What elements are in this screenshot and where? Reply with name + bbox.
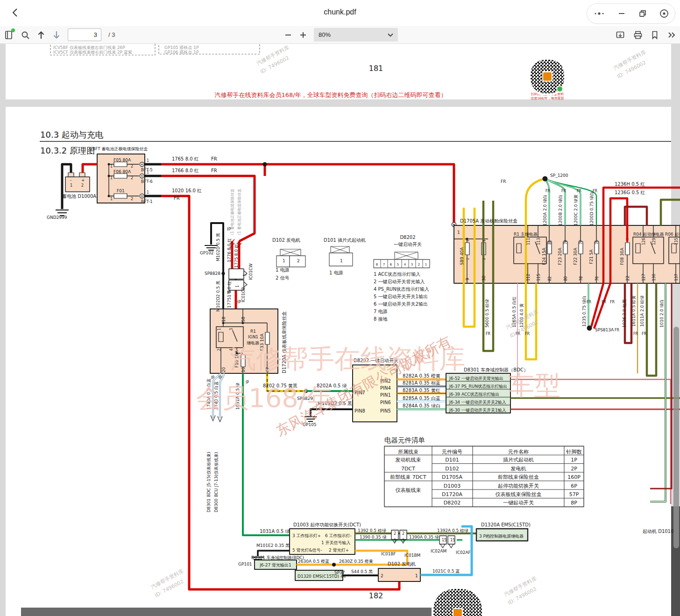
diagram-label: 1390 0.35 绿 bbox=[360, 535, 387, 539]
diagram-label: 1392A 0.5 棕绿 bbox=[437, 528, 468, 533]
sidebar-toggle-button[interactable] bbox=[5, 30, 14, 40]
diagram-label: 1 bbox=[70, 183, 72, 188]
more-options-button[interactable] bbox=[592, 8, 606, 19]
diagram-label: 1611A 0.5 棕黄 bbox=[631, 295, 636, 327]
diagram-label: F06 80A bbox=[113, 169, 131, 174]
diagram-label: 115 bbox=[537, 274, 541, 281]
diagram-label: F22 30A bbox=[573, 247, 578, 265]
diagram-label: 发动机线束 bbox=[396, 457, 421, 463]
diagram-label: IC02AF bbox=[456, 550, 471, 555]
diagram-label: IGN1 bbox=[248, 335, 258, 339]
diagram-label: 3 bbox=[229, 328, 234, 330]
diagram-label: BFT 蓄电池正极电缆保险丝盒 bbox=[92, 147, 148, 151]
diagram-label: 前部线束 7DCT bbox=[390, 474, 426, 480]
diagram-label: 1766 8.0 红 bbox=[172, 168, 199, 173]
diagram-label: 仪表板线束保险丝盒 bbox=[496, 491, 542, 497]
diagram-label: FR bbox=[211, 168, 217, 173]
restore-icon bbox=[638, 9, 647, 18]
diagram-label: 2 bbox=[381, 574, 383, 578]
diagram-label: 111 bbox=[526, 238, 531, 245]
diagram-label: 4 bbox=[404, 263, 406, 266]
diagram-label: BFT-6 bbox=[141, 179, 153, 184]
zoom-level-select[interactable]: 80% bbox=[314, 28, 398, 42]
diagram-label: 2 bbox=[482, 258, 486, 260]
diagram-label: 5 一键启动开关开关1输出 bbox=[374, 294, 428, 299]
diagram-label: FR bbox=[561, 189, 567, 193]
diagram-label: FR bbox=[211, 156, 217, 161]
diagram-label: 82 bbox=[548, 276, 552, 281]
diagram-label: GP106 搭铁点 1P bbox=[164, 50, 199, 55]
diagram-label: 1 ACC状态指示灯输入 bbox=[374, 272, 420, 277]
diagram-label: 1031A 0.5 绿 bbox=[260, 529, 290, 534]
diagram-label: GP102 bbox=[200, 251, 214, 255]
scrollbar-thumb[interactable] bbox=[673, 327, 679, 548]
diagram-label: FR bbox=[486, 332, 491, 336]
minimize-button[interactable] bbox=[616, 8, 627, 19]
diagram-label: 1235 0.75 绿白 bbox=[582, 295, 587, 327]
more-tools-button[interactable] bbox=[667, 31, 676, 39]
diagram-label: 1P bbox=[571, 457, 577, 463]
diagram-label: 2 bbox=[402, 532, 404, 536]
diagram-label: 76 bbox=[595, 276, 599, 281]
diagram-label: D1320 EMS(C15TD) 44 bbox=[298, 574, 346, 579]
diagram-label: D101 插片式起动机 bbox=[324, 238, 366, 243]
snapshot-button[interactable] bbox=[616, 30, 625, 40]
diagram-label: IP bbox=[219, 376, 222, 380]
pdf-toolbar: / 3 80% bbox=[0, 26, 680, 44]
diagram-label: F08 30A bbox=[620, 247, 624, 265]
diagram-label: + bbox=[81, 178, 85, 182]
diagram-label: J6-30 一键启动开关开关1输入 bbox=[449, 408, 506, 413]
capture-icon bbox=[616, 30, 625, 40]
diagram-label: D8301 车身域控制器(BDC) bbox=[251, 555, 304, 560]
diagram-label: 1026 2.0 红黑 bbox=[622, 299, 627, 328]
previous-page-button[interactable] bbox=[37, 30, 45, 40]
print-button[interactable] bbox=[633, 30, 643, 40]
search-button[interactable] bbox=[21, 30, 30, 40]
zoom-out-button[interactable] bbox=[284, 31, 292, 39]
diagram-label: 2 bbox=[394, 532, 396, 536]
diagram-label: 9 bbox=[465, 278, 470, 280]
qr-green-dot-icon bbox=[556, 85, 563, 92]
diagram-label: 起动机 D1010 bbox=[643, 529, 673, 534]
diagram-label: R1 bbox=[250, 329, 256, 334]
diagram-label: 8282A 0.35 橙黄 bbox=[403, 373, 440, 378]
diagram-label: 113 bbox=[537, 238, 541, 245]
diagram-label: 8281A 0.35 棕蓝 bbox=[403, 380, 440, 385]
diagram-label: 1236H 0.5 红 bbox=[615, 182, 645, 187]
float-window-button[interactable] bbox=[658, 7, 670, 20]
diagram-label: FR bbox=[501, 179, 506, 184]
zoom-in-button[interactable] bbox=[296, 28, 310, 42]
diagram-label: S44 0.5 黑 bbox=[351, 569, 373, 574]
diagram-label: 8P bbox=[571, 500, 577, 506]
diagram-label: 2 bbox=[131, 197, 133, 201]
diagram-label: 8285A 0.35 白蓝 bbox=[403, 396, 440, 401]
diagram-label: 1 bbox=[110, 176, 113, 180]
diagram-label: 元件名称 bbox=[508, 449, 529, 455]
diagram-label: 7 bbox=[383, 263, 385, 266]
bookmark-button[interactable] bbox=[651, 30, 659, 40]
document-title: chunk.pdf bbox=[0, 8, 680, 16]
double-chevron-right-icon bbox=[667, 31, 676, 39]
diagram-label: 1 bbox=[415, 574, 418, 578]
diagram-label: 15 bbox=[442, 538, 446, 542]
pdf-viewer-canvas[interactable]: ICV5BF 仪表板线束接右前门线束 26PICV5CF 仪表板线束接右前门线束… bbox=[0, 43, 680, 616]
diagram-label: 126 bbox=[642, 238, 646, 245]
diagram-label: 2 bbox=[131, 164, 133, 168]
diagram-label: 1 电源 bbox=[329, 270, 343, 275]
diagram-label: 5600 0.5 棕绿 bbox=[485, 299, 489, 328]
diagram-label: PIN1 bbox=[380, 392, 391, 398]
diagram-label: IC01BF bbox=[381, 552, 396, 556]
diagram-label: IC01CB bbox=[241, 287, 246, 302]
diagram-label: 7DCT bbox=[401, 466, 415, 472]
diagram-label: 1 bbox=[340, 259, 343, 263]
diagram-label: D8300 BCU J7-13(仪表板线束) bbox=[214, 452, 219, 512]
diagram-label: 发电机 bbox=[511, 466, 526, 472]
next-page-button[interactable] bbox=[52, 30, 61, 40]
diagram-label: 1021C 0.5 蓝 bbox=[432, 569, 460, 574]
diagram-label: 1 bbox=[235, 285, 240, 287]
diagram-label: 2 bbox=[297, 259, 300, 263]
diagram-label: FR bbox=[610, 300, 615, 304]
diagram-label: 6 一键启动开关开关2输出 bbox=[374, 301, 428, 307]
resize-button[interactable] bbox=[637, 8, 648, 19]
page-number-input[interactable] bbox=[68, 28, 101, 41]
